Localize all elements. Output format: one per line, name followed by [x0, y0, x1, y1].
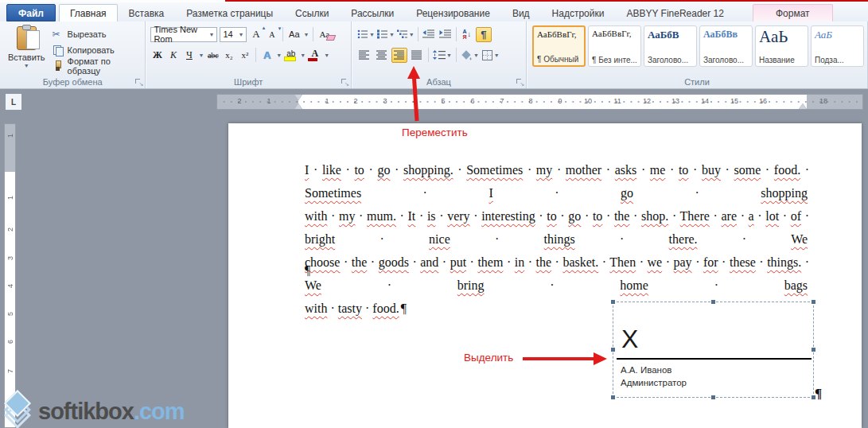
- subscript-button[interactable]: x₂: [222, 48, 235, 62]
- ruler-number: 1: [6, 196, 14, 200]
- ruler-number: 2: [353, 97, 357, 105]
- style-sample: АаЬ: [759, 29, 806, 45]
- text-effects-button[interactable]: A: [260, 48, 274, 62]
- chevron-down-icon[interactable]: ▼: [24, 63, 29, 68]
- ruler-number: 16: [759, 97, 767, 105]
- tab-stop-selector[interactable]: L: [5, 93, 22, 111]
- superscript-button[interactable]: x²: [238, 48, 251, 62]
- style-card[interactable]: АаБбВвГг, ¶ Обычный: [532, 25, 586, 67]
- text-line: choose · the · goods · and · put · them …: [305, 251, 809, 297]
- font-size-value: 14: [223, 29, 232, 39]
- style-card[interactable]: АаБбВв Заголово...: [699, 25, 753, 67]
- show-formatting-marks-button[interactable]: ¶: [476, 27, 492, 42]
- ribbon-tab[interactable]: Главная: [59, 4, 118, 21]
- line-text: with · tasty · food.: [305, 302, 399, 315]
- ribbon-tab[interactable]: Вставка: [118, 4, 176, 21]
- change-case-button[interactable]: Аа: [287, 27, 301, 41]
- ruler-number: 1: [325, 97, 329, 105]
- line-text: I · like · to · go · shopping. · Sometim…: [305, 163, 809, 200]
- clipboard-command-button[interactable]: Формат по образцу: [50, 59, 142, 72]
- signature-line: [617, 358, 812, 360]
- underline-button[interactable]: Ч: [182, 48, 196, 62]
- align-right-button[interactable]: [391, 48, 407, 63]
- highlight-color-button[interactable]: ab: [284, 48, 298, 62]
- align-left-button[interactable]: [356, 48, 372, 63]
- contextual-accent-line: [225, 0, 868, 2]
- decrease-indent-button[interactable]: [421, 27, 437, 42]
- styles-gallery: АаБбВвГг, ¶ Обычный АаБбВвГг, ¶ Без инте…: [530, 24, 864, 67]
- chevron-down-icon[interactable]: ▼: [276, 53, 282, 58]
- group-paragraph: ▼ ▼ ▼ АЯ ↓ ¶: [352, 21, 527, 88]
- style-card[interactable]: АаБбВ Заголово...: [644, 25, 697, 67]
- bold-button[interactable]: Ж: [150, 48, 164, 62]
- borders-button[interactable]: ▼: [481, 48, 500, 63]
- sort-button[interactable]: АЯ ↓: [459, 27, 475, 42]
- ribbon-tab[interactable]: Файл: [6, 4, 56, 21]
- style-sample: АаБбВ: [648, 29, 695, 41]
- increase-indent-button[interactable]: [438, 27, 453, 42]
- ruler-number: 15: [730, 97, 738, 105]
- ruler-number: 3: [6, 256, 14, 260]
- font-size-combobox[interactable]: 14▼: [220, 27, 247, 42]
- resize-handle[interactable]: [811, 299, 816, 305]
- justify-button[interactable]: [409, 48, 425, 63]
- bullets-button[interactable]: ▼: [356, 27, 376, 42]
- ribbon-tab[interactable]: Ссылки: [284, 4, 340, 21]
- ribbon-tab[interactable]: Рецензирование: [405, 4, 501, 21]
- style-card[interactable]: АаЬ Название: [755, 25, 808, 67]
- clipboard-command-button[interactable]: Вырезать: [50, 27, 142, 41]
- ruler-number: 13: [671, 97, 679, 105]
- ribbon-tab[interactable]: Разметка страницы: [175, 4, 284, 21]
- document-page[interactable]: Переместить I · like · to · go · shoppin…: [228, 123, 862, 428]
- group-clipboard: Вставить ▼ Вырезать Копировать Формат по…: [0, 21, 146, 88]
- ribbon-tab[interactable]: Надстройки: [541, 4, 616, 21]
- style-card[interactable]: АаБ Подза...: [811, 25, 864, 67]
- ruler-number: 1: [267, 97, 271, 105]
- ribbon-tab[interactable]: Рассылки: [340, 4, 405, 21]
- clipboard-command-label: Копировать: [68, 45, 115, 55]
- chevron-down-icon[interactable]: ▼: [198, 53, 204, 58]
- ribbon-tab[interactable]: ABBYY FineReader 12: [615, 4, 735, 21]
- resize-handle[interactable]: [811, 347, 816, 352]
- style-sample: АаБбВвГг,: [537, 29, 582, 39]
- hanging-indent-marker[interactable]: [294, 99, 302, 109]
- ribbon-tab[interactable]: Вид: [501, 4, 541, 21]
- style-card[interactable]: АаБбВвГг, ¶ Без инте...: [588, 25, 641, 67]
- ruler-number: 2: [237, 97, 241, 105]
- align-center-button[interactable]: [374, 48, 390, 63]
- clipboard-command-button[interactable]: Копировать: [50, 43, 142, 56]
- multilevel-list-button[interactable]: ▼: [396, 27, 415, 42]
- strikethrough-button[interactable]: abc: [206, 48, 220, 62]
- dialog-launcher-icon[interactable]: [134, 78, 143, 87]
- numbering-button[interactable]: ▼: [376, 27, 395, 42]
- horizontal-ruler: 211234567891011121314151618: [216, 94, 863, 110]
- grow-font-button[interactable]: А: [249, 27, 263, 41]
- resize-handle[interactable]: [710, 395, 716, 400]
- chevron-down-icon: ▼: [446, 53, 452, 58]
- ruler-number: 4: [6, 284, 14, 288]
- shrink-font-button[interactable]: А: [265, 27, 278, 41]
- resize-handle[interactable]: [610, 299, 616, 305]
- resize-handle[interactable]: [710, 299, 716, 305]
- font-color-button[interactable]: А: [308, 48, 321, 62]
- chevron-down-icon[interactable]: ▼: [324, 53, 329, 58]
- right-indent-marker[interactable]: [799, 99, 807, 109]
- resize-handle[interactable]: [610, 347, 616, 352]
- ribbon-tab[interactable]: Формат: [753, 4, 833, 21]
- clipboard-commands: Вырезать Копировать Формат по образцу: [50, 24, 142, 76]
- signature-line-object[interactable]: X А.А. Иванов Администратор: [613, 302, 814, 398]
- font-name-combobox[interactable]: Times New Rom▼: [150, 27, 217, 42]
- dialog-launcher-icon[interactable]: [341, 78, 349, 87]
- line-spacing-button[interactable]: ▼: [432, 48, 453, 63]
- chevron-down-icon[interactable]: ▼: [300, 53, 306, 58]
- italic-button[interactable]: К: [166, 48, 180, 62]
- clear-formatting-button[interactable]: Аа: [317, 27, 331, 41]
- style-sample: АаБ: [815, 29, 862, 41]
- shading-button[interactable]: ▼: [460, 48, 480, 63]
- dialog-launcher-icon[interactable]: [516, 78, 524, 87]
- resize-handle[interactable]: [610, 395, 616, 400]
- signature-x-mark: X: [621, 325, 638, 354]
- text-line: I · like · to · go · shopping. · Sometim…: [305, 158, 809, 204]
- chevron-down-icon[interactable]: ▼: [303, 32, 309, 37]
- paste-button[interactable]: Вставить ▼: [3, 24, 50, 76]
